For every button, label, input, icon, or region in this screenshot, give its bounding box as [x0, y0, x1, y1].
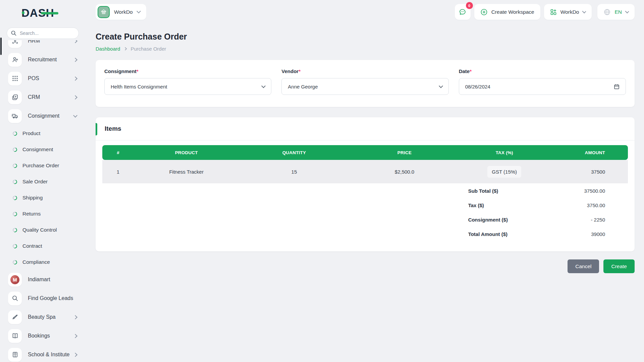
sidebar-item-hrm[interactable]: HRM [0, 40, 86, 50]
chevron-right-icon [124, 47, 127, 51]
chevron-right-icon [73, 40, 77, 43]
bullet-ring-icon [12, 211, 18, 217]
sidebar-item-label: Beauty Spa [28, 314, 74, 320]
sidebar-subitem-purchase-order[interactable]: Purchase Order [0, 158, 86, 174]
bullet-ring-icon [12, 163, 18, 168]
required-asterisk: * [299, 68, 301, 74]
sidebar-item-find-google-leads[interactable]: Find Google Leads [0, 289, 86, 308]
cancel-button[interactable]: Cancel [568, 259, 599, 273]
required-asterisk: * [470, 68, 472, 74]
search-input[interactable] [7, 27, 79, 39]
totals: Sub Total ($) 37500.00 Tax ($) 3750.00 C… [102, 184, 628, 241]
chevron-right-icon [73, 315, 77, 319]
col-header-quantity: QUANTITY [239, 145, 349, 160]
date-input[interactable] [465, 84, 589, 89]
consignment-label: Consignment* [104, 68, 271, 74]
items-section-title: Items [96, 117, 635, 140]
sidebar-menu: HRM Recruitment POS CRM [0, 40, 86, 362]
chevron-right-icon [73, 76, 77, 81]
subtotal-row: Sub Total ($) 37500.00 [102, 184, 628, 198]
vendor-select[interactable]: Anne George [281, 78, 448, 95]
tax-badge: GST (15%) [487, 166, 521, 178]
sidebar-item-label: School & Institute [28, 352, 74, 358]
cell-product: Fitness Tracker [134, 160, 239, 183]
purchase-order-form: Consignment* Helth Items Consignment Ven… [96, 60, 635, 107]
cell-price: $2,500.0 [349, 160, 460, 183]
tax-row: Tax ($) 3750.00 [102, 198, 628, 213]
bullet-ring-icon [12, 243, 18, 249]
col-header-product: PRODUCT [134, 145, 239, 160]
sidebar-item-label: Indiamart [28, 277, 77, 283]
bullet-ring-icon [12, 179, 18, 184]
chevron-right-icon [73, 353, 77, 357]
breadcrumb-current: Purchase Order [130, 46, 166, 52]
sidebar-subitem-label: Consignment [22, 146, 53, 153]
pos-icon [8, 72, 22, 85]
date-input-wrap [459, 78, 626, 95]
sidebar-item-label: Consignment [28, 113, 74, 119]
hrm-icon [8, 40, 22, 48]
chevron-down-icon [439, 84, 443, 88]
consignment-total-value: - 2250 [591, 217, 628, 223]
main-content: Create Purchase Order Dashboard Purchase… [96, 0, 635, 273]
sidebar-item-label: Find Google Leads [28, 295, 77, 301]
subtotal-value: 37500.00 [584, 188, 628, 194]
sidebar: DASH HRM Recruitment POS [0, 0, 86, 362]
date-field: Date* [459, 68, 626, 95]
sidebar-search [7, 27, 79, 39]
sidebar-subitem-returns[interactable]: Returns [0, 206, 86, 222]
required-asterisk: * [137, 68, 139, 74]
sidebar-subitem-label: Contract [22, 243, 42, 249]
book-icon [8, 329, 22, 343]
sidebar-scrollbar[interactable] [0, 38, 2, 55]
sidebar-item-label: CRM [28, 94, 74, 100]
indiamart-icon: M [8, 273, 22, 287]
consignment-total-label: Consignment ($) [468, 217, 508, 223]
date-label: Date* [459, 68, 626, 74]
consignment-select[interactable]: Helth Items Consignment [104, 78, 271, 95]
brush-icon [8, 310, 22, 324]
sidebar-subitem-sale-order[interactable]: Sale Order [0, 174, 86, 190]
sidebar-subitem-label: Returns [22, 211, 41, 217]
section-accent-bar [96, 123, 97, 135]
items-section: Items # PRODUCT QUANTITY PRICE TAX (%) A… [96, 117, 635, 251]
dash-logo[interactable]: DASH [21, 7, 54, 19]
sidebar-subitem-quality-control[interactable]: Quality Control [0, 222, 86, 238]
total-amount-label: Total Amount ($) [468, 231, 507, 237]
sidebar-item-bookings[interactable]: Bookings [0, 326, 86, 345]
sidebar-item-pos[interactable]: POS [0, 69, 86, 88]
breadcrumb-dashboard-link[interactable]: Dashboard [96, 46, 120, 52]
sidebar-item-beauty-spa[interactable]: Beauty Spa [0, 308, 86, 326]
sidebar-item-recruitment[interactable]: Recruitment [0, 50, 86, 69]
sidebar-item-consignment[interactable]: Consignment [0, 107, 86, 125]
sidebar-item-school-institute[interactable]: School & Institute [0, 345, 86, 362]
cell-quantity: 15 [239, 160, 349, 183]
calendar-icon[interactable] [614, 84, 620, 89]
chevron-right-icon [73, 95, 77, 100]
sidebar-subitem-consignment[interactable]: Consignment [0, 141, 86, 158]
create-button[interactable]: Create [603, 259, 635, 273]
cell-amount: 37500 [549, 160, 628, 183]
col-header-price: PRICE [349, 145, 460, 160]
sidebar-item-label: POS [28, 75, 74, 81]
chevron-down-icon [73, 113, 77, 118]
tax-label: Tax ($) [468, 202, 484, 208]
sidebar-item-label: HRM [28, 40, 74, 44]
subtotal-label: Sub Total ($) [468, 188, 498, 194]
total-amount-row: Total Amount ($) 39000 [102, 227, 628, 241]
col-header-amount: AMOUNT [549, 145, 628, 160]
vendor-selected-value: Anne George [288, 84, 318, 89]
chevron-right-icon [73, 334, 77, 338]
bullet-ring-icon [12, 130, 18, 136]
sidebar-item-indiamart[interactable]: M Indiamart [0, 270, 86, 289]
sidebar-subitem-compliance[interactable]: Compliance [0, 254, 86, 270]
sidebar-subitem-contract[interactable]: Contract [0, 238, 86, 254]
bullet-ring-icon [12, 195, 18, 200]
sidebar-subitem-product[interactable]: Product [0, 125, 86, 141]
sidebar-subitem-label: Product [22, 130, 40, 136]
sidebar-subitem-shipping[interactable]: Shipping [0, 190, 86, 206]
items-table-header-row: # PRODUCT QUANTITY PRICE TAX (%) AMOUNT [102, 145, 628, 160]
building-icon [8, 348, 22, 362]
crm-icon [8, 90, 22, 104]
sidebar-item-crm[interactable]: CRM [0, 88, 86, 107]
